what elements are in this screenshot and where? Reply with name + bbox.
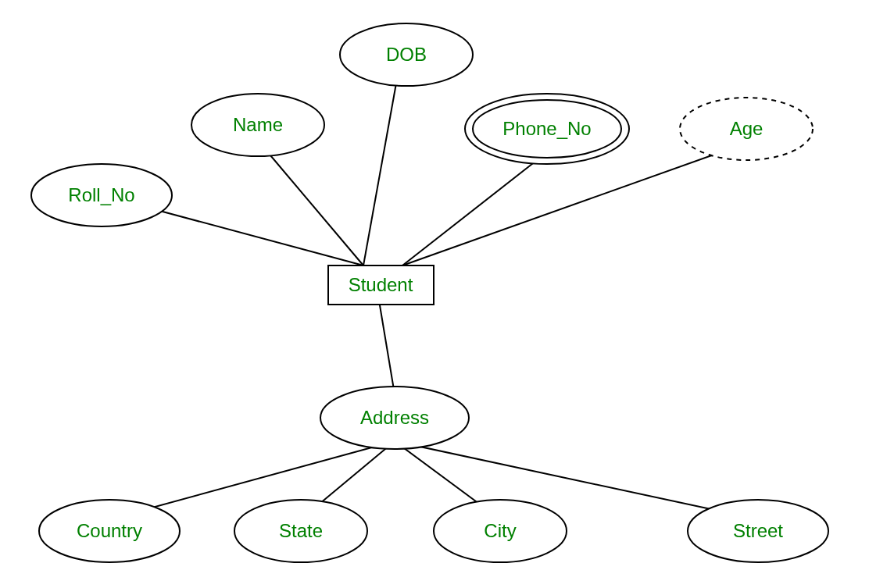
attr-country-label: Country bbox=[77, 520, 142, 541]
attr-name-label: Name bbox=[233, 114, 283, 135]
attr-street: Street bbox=[688, 500, 828, 562]
edge-student-address bbox=[379, 301, 395, 394]
edge-student-name bbox=[258, 141, 363, 265]
edge-address-street bbox=[395, 441, 758, 519]
edge-student-phone bbox=[402, 152, 547, 265]
attr-state-label: State bbox=[279, 520, 323, 541]
attr-phoneno: Phone_No bbox=[465, 94, 629, 164]
attr-age-label: Age bbox=[730, 118, 764, 139]
attr-dob-label: DOB bbox=[386, 44, 427, 65]
attr-name: Name bbox=[191, 94, 324, 156]
attr-age: Age bbox=[680, 98, 813, 160]
attr-dob: DOB bbox=[340, 23, 473, 86]
attr-rollno: Roll_No bbox=[31, 164, 172, 226]
er-diagram: Student Roll_No Name DOB Phone_No Age Ad… bbox=[0, 0, 869, 588]
attr-rollno-label: Roll_No bbox=[68, 184, 134, 205]
entity-student-label: Student bbox=[349, 274, 413, 295]
attr-address-label: Address bbox=[360, 407, 429, 428]
attr-address: Address bbox=[320, 387, 469, 449]
attr-city: City bbox=[434, 500, 567, 562]
entity-student: Student bbox=[328, 265, 434, 305]
attr-street-label: Street bbox=[733, 520, 783, 541]
attr-state: State bbox=[234, 500, 367, 562]
attr-phoneno-label: Phone_No bbox=[502, 118, 591, 139]
attr-city-label: City bbox=[484, 520, 516, 541]
edge-student-dob bbox=[363, 70, 399, 265]
attr-country: Country bbox=[39, 500, 180, 562]
